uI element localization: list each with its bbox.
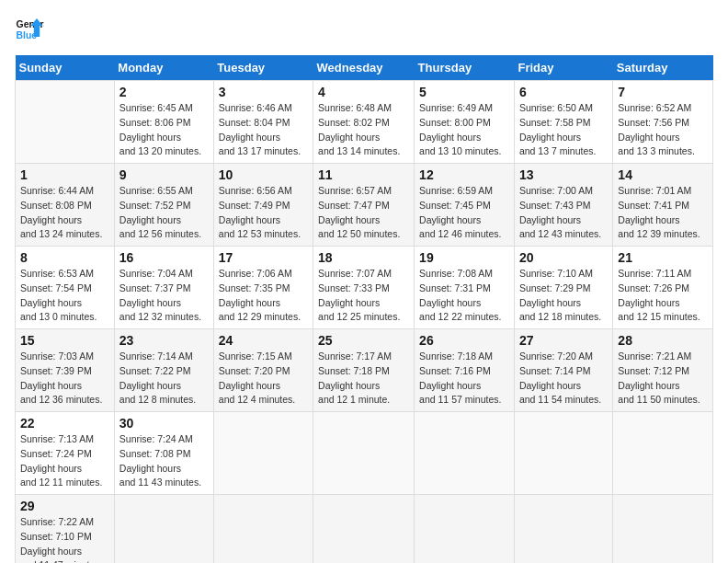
calendar-cell: 25 Sunrise: 7:17 AMSunset: 7:18 PMDaylig…: [313, 329, 415, 412]
day-info: Sunrise: 7:14 AMSunset: 7:22 PMDaylight …: [119, 350, 196, 405]
calendar-cell: 4 Sunrise: 6:48 AMSunset: 8:02 PMDayligh…: [313, 81, 415, 164]
calendar-cell: 18 Sunrise: 7:07 AMSunset: 7:33 PMDaylig…: [313, 247, 415, 329]
day-info: Sunrise: 7:06 AMSunset: 7:35 PMDaylight …: [219, 268, 301, 322]
calendar-cell: [213, 495, 313, 564]
day-number: 7: [618, 85, 708, 99]
day-number: 22: [20, 416, 109, 431]
calendar-cell: [514, 495, 612, 564]
calendar-cell: 16 Sunrise: 7:04 AMSunset: 7:37 PMDaylig…: [114, 247, 213, 329]
day-number: 12: [419, 167, 509, 182]
calendar-cell: 15 Sunrise: 7:03 AMSunset: 7:39 PMDaylig…: [16, 329, 115, 412]
calendar-cell: 27 Sunrise: 7:20 AMSunset: 7:14 PMDaylig…: [514, 329, 612, 412]
calendar-cell: 14 Sunrise: 7:01 AMSunset: 7:41 PMDaylig…: [613, 164, 713, 247]
day-number: 13: [519, 167, 608, 182]
day-number: 9: [119, 167, 209, 182]
calendar-cell: [415, 495, 515, 564]
day-number: 29: [20, 499, 109, 513]
calendar-week-row: 15 Sunrise: 7:03 AMSunset: 7:39 PMDaylig…: [16, 329, 713, 412]
header-wednesday: Wednesday: [313, 55, 415, 81]
calendar-cell: 29 Sunrise: 7:22 AMSunset: 7:10 PMDaylig…: [16, 495, 115, 564]
day-number: 14: [618, 167, 708, 182]
day-info: Sunrise: 6:56 AMSunset: 7:49 PMDaylight …: [219, 185, 301, 239]
calendar-header-row: SundayMondayTuesdayWednesdayThursdayFrid…: [16, 55, 713, 81]
day-info: Sunrise: 6:57 AMSunset: 7:47 PMDaylight …: [318, 185, 400, 239]
calendar-cell: 13 Sunrise: 7:00 AMSunset: 7:43 PMDaylig…: [514, 164, 612, 247]
day-number: 21: [618, 250, 708, 265]
day-number: 26: [419, 333, 509, 348]
calendar-week-row: 1 Sunrise: 6:44 AMSunset: 8:08 PMDayligh…: [16, 164, 713, 247]
day-info: Sunrise: 7:00 AMSunset: 7:43 PMDaylight …: [519, 185, 601, 239]
day-number: 19: [419, 250, 509, 265]
calendar-cell: [514, 412, 612, 495]
logo: General Blue: [15, 15, 44, 44]
day-info: Sunrise: 7:04 AMSunset: 7:37 PMDaylight …: [119, 268, 201, 322]
day-info: Sunrise: 7:01 AMSunset: 7:41 PMDaylight …: [618, 185, 700, 239]
calendar-cell: 30 Sunrise: 7:24 AMSunset: 7:08 PMDaylig…: [114, 412, 213, 495]
day-number: 1: [20, 167, 109, 182]
calendar-cell: 12 Sunrise: 6:59 AMSunset: 7:45 PMDaylig…: [415, 164, 515, 247]
calendar-cell: 9 Sunrise: 6:55 AMSunset: 7:52 PMDayligh…: [114, 164, 213, 247]
day-number: 28: [618, 333, 708, 348]
day-number: 8: [20, 250, 109, 265]
day-number: 20: [519, 250, 608, 265]
calendar-cell: 24 Sunrise: 7:15 AMSunset: 7:20 PMDaylig…: [213, 329, 313, 412]
header-monday: Monday: [114, 55, 213, 81]
calendar-cell: [114, 495, 213, 564]
day-number: 18: [318, 250, 409, 265]
day-info: Sunrise: 7:15 AMSunset: 7:20 PMDaylight …: [219, 350, 295, 405]
header: General Blue: [15, 15, 713, 44]
calendar-cell: [313, 495, 415, 564]
day-number: 15: [20, 333, 109, 348]
calendar-cell: 10 Sunrise: 6:56 AMSunset: 7:49 PMDaylig…: [213, 164, 313, 247]
calendar-cell: 6 Sunrise: 6:50 AMSunset: 7:58 PMDayligh…: [514, 81, 612, 164]
day-info: Sunrise: 7:17 AMSunset: 7:18 PMDaylight …: [318, 350, 392, 405]
day-number: 30: [119, 416, 209, 431]
calendar-cell: 20 Sunrise: 7:10 AMSunset: 7:29 PMDaylig…: [514, 247, 612, 329]
calendar-cell: [613, 495, 713, 564]
calendar-week-row: 29 Sunrise: 7:22 AMSunset: 7:10 PMDaylig…: [16, 495, 713, 564]
calendar-cell: 22 Sunrise: 7:13 AMSunset: 7:24 PMDaylig…: [16, 412, 115, 495]
header-friday: Friday: [514, 55, 612, 81]
day-info: Sunrise: 7:20 AMSunset: 7:14 PMDaylight …: [519, 350, 601, 405]
day-info: Sunrise: 7:08 AMSunset: 7:31 PMDaylight …: [419, 268, 501, 322]
calendar-cell: [213, 412, 313, 495]
calendar-cell: 8 Sunrise: 6:53 AMSunset: 7:54 PMDayligh…: [16, 247, 115, 329]
header-sunday: Sunday: [16, 55, 115, 81]
day-info: Sunrise: 6:50 AMSunset: 7:58 PMDaylight …: [519, 102, 596, 156]
day-number: 4: [318, 85, 409, 99]
calendar-week-row: 2 Sunrise: 6:45 AMSunset: 8:06 PMDayligh…: [16, 81, 713, 164]
day-info: Sunrise: 7:03 AMSunset: 7:39 PMDaylight …: [20, 350, 102, 405]
header-saturday: Saturday: [613, 55, 713, 81]
calendar-cell: 21 Sunrise: 7:11 AMSunset: 7:26 PMDaylig…: [613, 247, 713, 329]
calendar-cell: 3 Sunrise: 6:46 AMSunset: 8:04 PMDayligh…: [213, 81, 313, 164]
day-info: Sunrise: 7:22 AMSunset: 7:10 PMDaylight …: [20, 516, 102, 563]
day-info: Sunrise: 6:55 AMSunset: 7:52 PMDaylight …: [119, 185, 201, 239]
calendar-table: SundayMondayTuesdayWednesdayThursdayFrid…: [15, 55, 713, 563]
day-number: 5: [419, 85, 509, 99]
day-info: Sunrise: 6:53 AMSunset: 7:54 PMDaylight …: [20, 268, 97, 322]
calendar-cell: 26 Sunrise: 7:18 AMSunset: 7:16 PMDaylig…: [415, 329, 515, 412]
calendar-cell: 7 Sunrise: 6:52 AMSunset: 7:56 PMDayligh…: [613, 81, 713, 164]
day-info: Sunrise: 6:44 AMSunset: 8:08 PMDaylight …: [20, 185, 102, 239]
calendar-week-row: 22 Sunrise: 7:13 AMSunset: 7:24 PMDaylig…: [16, 412, 713, 495]
calendar-cell: 5 Sunrise: 6:49 AMSunset: 8:00 PMDayligh…: [415, 81, 515, 164]
day-number: 23: [119, 333, 209, 348]
day-info: Sunrise: 6:52 AMSunset: 7:56 PMDaylight …: [618, 102, 694, 156]
calendar-cell: 23 Sunrise: 7:14 AMSunset: 7:22 PMDaylig…: [114, 329, 213, 412]
day-number: 17: [219, 250, 308, 265]
day-info: Sunrise: 7:21 AMSunset: 7:12 PMDaylight …: [618, 350, 700, 405]
day-info: Sunrise: 7:10 AMSunset: 7:29 PMDaylight …: [519, 268, 601, 322]
calendar-cell: 17 Sunrise: 7:06 AMSunset: 7:35 PMDaylig…: [213, 247, 313, 329]
day-number: 2: [119, 85, 209, 99]
day-info: Sunrise: 7:13 AMSunset: 7:24 PMDaylight …: [20, 433, 102, 488]
calendar-cell: [16, 81, 115, 164]
calendar-cell: 2 Sunrise: 6:45 AMSunset: 8:06 PMDayligh…: [114, 81, 213, 164]
day-info: Sunrise: 6:45 AMSunset: 8:06 PMDaylight …: [119, 102, 201, 156]
day-number: 25: [318, 333, 409, 348]
day-number: 3: [219, 85, 308, 99]
header-thursday: Thursday: [415, 55, 515, 81]
calendar-cell: 1 Sunrise: 6:44 AMSunset: 8:08 PMDayligh…: [16, 164, 115, 247]
day-number: 24: [219, 333, 308, 348]
day-info: Sunrise: 6:48 AMSunset: 8:02 PMDaylight …: [318, 102, 400, 156]
logo-icon: General Blue: [15, 15, 44, 44]
